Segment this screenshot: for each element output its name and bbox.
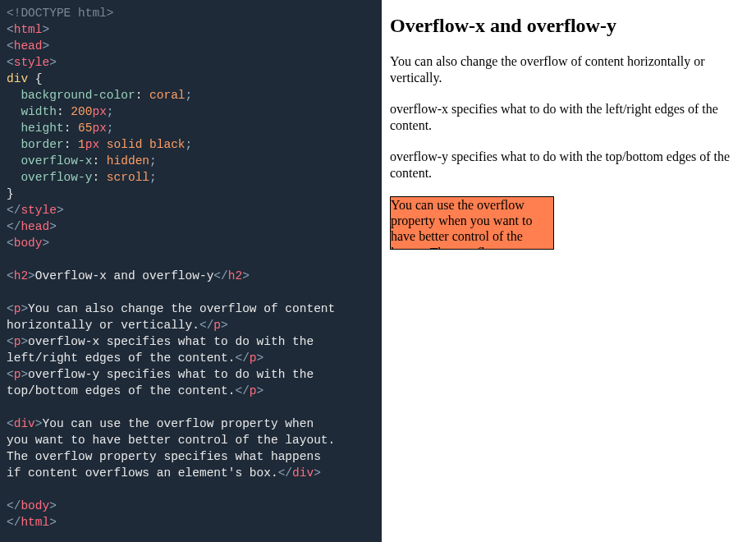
code-value: hidden: [107, 154, 149, 168]
preview-paragraph-1: You can also change the overflow of cont…: [390, 53, 748, 86]
code-tag-html-close: html: [21, 516, 49, 529]
code-value: 65: [78, 122, 92, 135]
code-tag-head-close: head: [21, 220, 49, 233]
code-tag-html-open: html: [14, 23, 43, 36]
overflow-demo-box[interactable]: You can use the overflow property when y…: [390, 196, 554, 250]
code-tag-h2-open: h2: [14, 269, 28, 282]
code-prop: height: [21, 122, 63, 135]
code-value: coral: [149, 89, 186, 102]
code-value: scroll: [107, 171, 149, 184]
preview-paragraph-3: overflow-y specifies what to do with the…: [390, 149, 748, 181]
preview-heading: Overflow-x and overflow-y: [390, 15, 748, 37]
code-p3-text: overflow-y specifies what to do with the…: [7, 368, 314, 397]
code-tag-p: p: [250, 384, 257, 397]
code-h2-text: Overflow-x and overflow-y: [35, 269, 214, 282]
code-tag-div-open: div: [14, 417, 35, 430]
code-editor[interactable]: <!DOCTYPE html> <html> <head> <style> di…: [0, 0, 382, 542]
code-tag-h2-close: h2: [228, 269, 242, 282]
preview-paragraph-2: overflow-x specifies what to do with the…: [390, 101, 748, 134]
code-unit: px: [92, 122, 106, 135]
code-tag-head-open: head: [14, 39, 43, 53]
code-tag-style-close: style: [21, 204, 57, 217]
preview-pane: Overflow-x and overflow-y You can also c…: [382, 0, 756, 542]
code-prop: background-color: [21, 89, 135, 102]
code-value: 200: [71, 105, 92, 118]
code-unit: px: [92, 105, 106, 118]
code-tag-body-close: body: [21, 499, 49, 512]
code-prop: overflow-x: [21, 154, 92, 168]
code-tag-div-close: div: [292, 466, 314, 480]
code-prop: border: [21, 138, 63, 151]
code-doctype: <!DOCTYPE html>: [7, 7, 114, 20]
code-tag-style-open: style: [14, 56, 50, 69]
code-tag-p: p: [213, 319, 221, 332]
code-selector: div: [7, 72, 28, 85]
code-p1-text: You can also change the overflow of cont…: [7, 302, 335, 332]
code-prop: width: [21, 105, 57, 118]
code-p2-text: overflow-x specifies what to do with the…: [7, 335, 314, 365]
code-tag-body-open: body: [14, 237, 43, 250]
code-prop: overflow-y: [21, 171, 92, 184]
code-tag-p: p: [250, 351, 257, 365]
